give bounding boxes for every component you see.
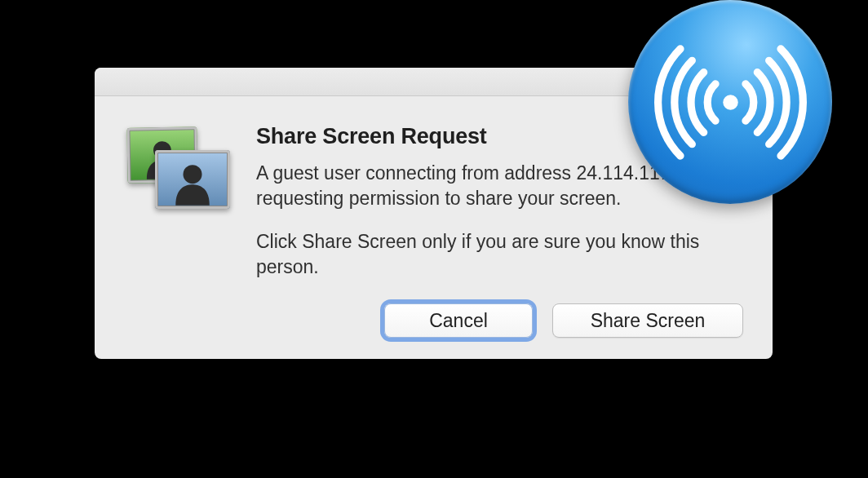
broadcast-icon (628, 0, 832, 204)
share-screen-button[interactable]: Share Screen (552, 303, 743, 338)
dialog-button-row: Cancel Share Screen (384, 303, 743, 338)
person-silhouette-icon (166, 158, 219, 206)
screen-sharing-icon (127, 127, 233, 217)
dialog-warning: Click Share Screen only if you are sure … (256, 229, 740, 280)
svg-point-1 (183, 165, 202, 184)
cancel-button[interactable]: Cancel (384, 303, 533, 338)
svg-point-2 (723, 95, 737, 109)
